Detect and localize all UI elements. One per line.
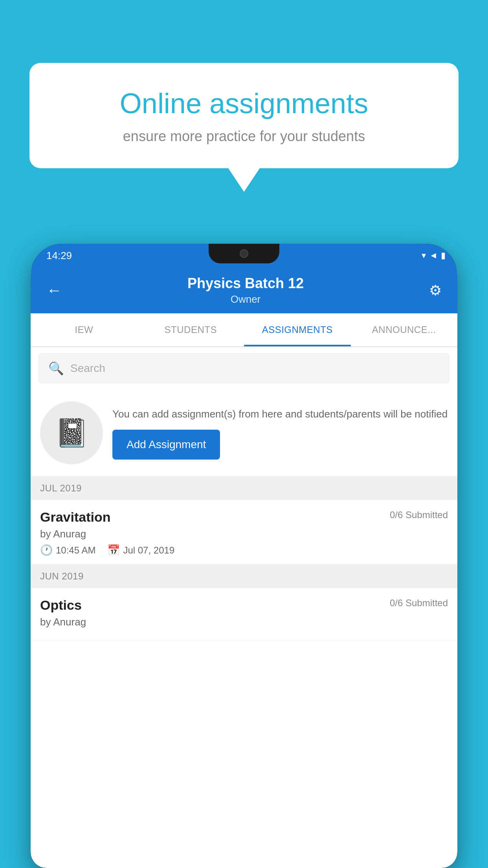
signal-icon: ◄: [429, 250, 438, 261]
settings-button[interactable]: ⚙: [425, 278, 446, 303]
tabs-bar: IEW STUDENTS ASSIGNMENTS ANNOUNCE...: [31, 313, 457, 347]
assignment-top-row: Gravitation 0/6 Submitted: [40, 509, 448, 525]
header-subtitle: Owner: [66, 293, 425, 305]
assignment-title-gravitation: Gravitation: [40, 509, 110, 525]
search-bar-container: 🔍 Search: [31, 347, 457, 390]
battery-icon: ▮: [441, 250, 446, 261]
assignment-submitted-gravitation: 0/6 Submitted: [390, 509, 448, 520]
assignment-author-optics: by Anurag: [40, 616, 448, 628]
section-header-jul: JUL 2019: [31, 476, 457, 500]
assignment-author-gravitation: by Anurag: [40, 528, 448, 540]
speech-bubble-title: Online assignments: [61, 86, 427, 120]
speech-bubble-container: Online assignments ensure more practice …: [29, 63, 459, 192]
promo-text-area: You can add assignment(s) from here and …: [112, 406, 448, 460]
assignment-title-optics: Optics: [40, 598, 82, 613]
tab-assignments[interactable]: ASSIGNMENTS: [244, 313, 351, 346]
search-bar[interactable]: 🔍 Search: [39, 353, 449, 383]
clock-icon: 🕐: [40, 544, 53, 556]
calendar-icon: 📅: [107, 544, 120, 556]
tab-students[interactable]: STUDENTS: [138, 313, 244, 346]
status-icons: ▾ ◄ ▮: [422, 250, 446, 261]
speech-bubble: Online assignments ensure more practice …: [29, 63, 459, 168]
notebook-icon: 📓: [55, 417, 89, 449]
phone-camera: [240, 249, 248, 258]
assignment-time-value: 10:45 AM: [56, 545, 95, 556]
assignment-date: 📅 Jul 07, 2019: [107, 544, 174, 556]
header-title: Physics Batch 12: [66, 275, 425, 292]
phone-frame: 14:29 ▾ ◄ ▮ ← Physics Batch 12 Owner ⚙ I…: [31, 244, 457, 868]
header-title-group: Physics Batch 12 Owner: [66, 275, 425, 305]
section-header-jun: JUN 2019: [31, 565, 457, 588]
tab-iew[interactable]: IEW: [31, 313, 138, 346]
phone-notch: [209, 244, 279, 263]
tab-announcements[interactable]: ANNOUNCE...: [351, 313, 458, 346]
promo-description: You can add assignment(s) from here and …: [112, 406, 448, 422]
search-icon: 🔍: [48, 361, 64, 376]
status-time: 14:29: [46, 250, 72, 262]
assignment-time: 🕐 10:45 AM: [40, 544, 95, 556]
speech-bubble-tail: [228, 168, 260, 192]
phone-screen: ← Physics Batch 12 Owner ⚙ IEW STUDENTS …: [31, 267, 457, 868]
assignment-item-gravitation[interactable]: Gravitation 0/6 Submitted by Anurag 🕐 10…: [31, 500, 457, 565]
add-assignment-button[interactable]: Add Assignment: [112, 430, 220, 460]
search-placeholder: Search: [70, 362, 105, 375]
app-header: ← Physics Batch 12 Owner ⚙: [31, 267, 457, 313]
assignment-item-optics[interactable]: Optics 0/6 Submitted by Anurag: [31, 588, 457, 640]
promo-icon-circle: 📓: [40, 401, 103, 464]
assignment-submitted-optics: 0/6 Submitted: [390, 598, 448, 609]
assignment-date-value: Jul 07, 2019: [123, 545, 174, 556]
assignment-top-row-optics: Optics 0/6 Submitted: [40, 598, 448, 613]
speech-bubble-subtitle: ensure more practice for your students: [61, 128, 427, 145]
assignment-meta-gravitation: 🕐 10:45 AM 📅 Jul 07, 2019: [40, 544, 448, 556]
wifi-icon: ▾: [422, 250, 426, 261]
back-button[interactable]: ←: [42, 278, 66, 303]
promo-section: 📓 You can add assignment(s) from here an…: [31, 390, 457, 476]
